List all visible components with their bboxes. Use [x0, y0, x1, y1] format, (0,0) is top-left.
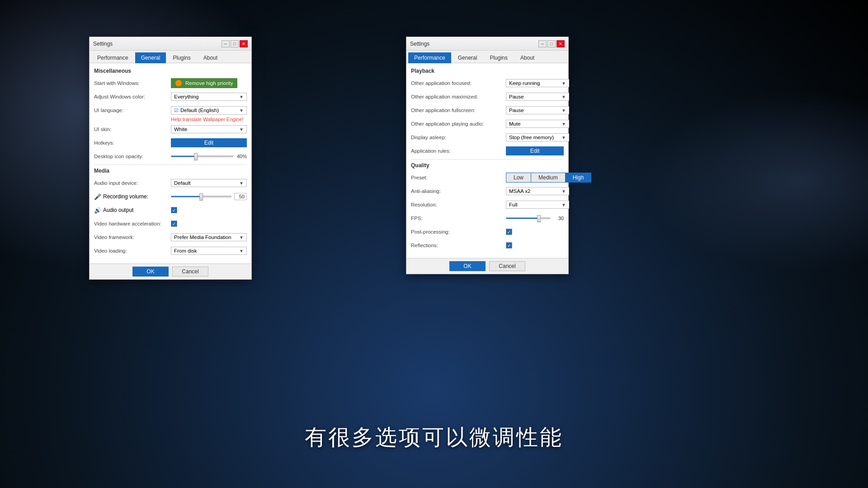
hotkeys-label: Hotkeys:: [94, 140, 171, 145]
app-rules-edit-btn[interactable]: Edit: [506, 146, 564, 155]
cancel-btn-1[interactable]: Cancel: [172, 267, 208, 277]
ok-btn-1[interactable]: OK: [132, 267, 169, 277]
other-focused-control: Keep running ▼: [506, 79, 569, 87]
tabs-2: Performance General Plugins About: [406, 51, 568, 63]
playback-section-title: Playback: [411, 68, 564, 74]
tab-general-2[interactable]: General: [452, 52, 483, 63]
other-maximized-dropdown[interactable]: Pause ▼: [506, 93, 569, 101]
hotkeys-edit-btn[interactable]: Edit: [171, 138, 247, 147]
fps-thumb[interactable]: [537, 215, 541, 222]
other-maximized-value: Pause: [509, 94, 524, 99]
display-asleep-row: Display asleep: Stop (free memory) ▼: [411, 132, 564, 143]
other-fullscreen-row: Other application fullscreen: Pause ▼: [411, 105, 564, 116]
video-loading-label: Video loading:: [94, 248, 171, 253]
ui-language-control: ☑ Default (English) ▼: [171, 106, 247, 115]
app-rules-row: Application rules: Edit: [411, 145, 564, 156]
other-focused-dropdown[interactable]: Keep running ▼: [506, 79, 569, 87]
help-translate-link[interactable]: Help translate Wallpaper Engine!: [171, 117, 247, 122]
ui-language-arrow: ▼: [239, 108, 244, 113]
video-framework-dropdown[interactable]: Prefer Media Foundation ▼: [171, 233, 247, 241]
other-playing-value: Mute: [509, 121, 521, 127]
minimize-btn-1[interactable]: ─: [222, 40, 230, 47]
preset-row: Preset: Low Medium High: [411, 172, 564, 183]
maximize-btn-1[interactable]: □: [231, 40, 239, 47]
audio-input-arrow: ▼: [239, 181, 244, 186]
minimize-btn-2[interactable]: ─: [538, 40, 547, 47]
desktop-opacity-value: 40%: [236, 154, 247, 159]
close-btn-1[interactable]: ✕: [240, 40, 248, 47]
fps-row: FPS: 30: [411, 213, 564, 224]
video-loading-dropdown[interactable]: From disk ▼: [171, 247, 247, 255]
display-asleep-dropdown[interactable]: Stop (free memory) ▼: [506, 133, 569, 141]
other-fullscreen-control: Pause ▼: [506, 106, 569, 114]
other-playing-row: Other application playing audio: Mute ▼: [411, 118, 564, 129]
other-fullscreen-dropdown[interactable]: Pause ▼: [506, 106, 569, 114]
antialiasing-dropdown[interactable]: MSAA x2 ▼: [506, 187, 569, 195]
quality-section-title: Quality: [411, 162, 564, 169]
remove-high-priority-btn[interactable]: Remove high priority: [171, 78, 237, 88]
adjust-color-row: Adjust Windows color: Everything ▼: [94, 91, 247, 102]
desktop-opacity-row: Desktop icon opacity: 40%: [94, 151, 247, 162]
ui-language-row: UI language: ☑ Default (English) ▼: [94, 105, 247, 116]
audio-input-label: Audio input device:: [94, 180, 171, 186]
tab-about-2[interactable]: About: [514, 52, 540, 63]
preset-medium-btn[interactable]: Medium: [531, 173, 566, 182]
other-focused-row: Other application focused: Keep running …: [411, 78, 564, 89]
preset-high-btn[interactable]: High: [566, 173, 591, 182]
post-processing-row: Post-processing:: [411, 226, 564, 237]
app-rules-control: Edit: [506, 146, 564, 155]
preset-low-btn[interactable]: Low: [506, 173, 531, 182]
window-performance-settings: Settings ─ □ ✕ Performance General Plugi…: [406, 37, 569, 274]
audio-output-checkbox[interactable]: [171, 207, 177, 213]
close-btn-2[interactable]: ✕: [557, 40, 565, 47]
other-playing-dropdown[interactable]: Mute ▼: [506, 120, 569, 128]
hotkeys-control: Edit: [171, 138, 247, 147]
resolution-label: Resolution:: [411, 202, 506, 207]
fps-slider: 30: [506, 216, 564, 221]
recording-volume-track[interactable]: [171, 196, 231, 197]
maximize-btn-2[interactable]: □: [547, 40, 556, 47]
fps-track[interactable]: [506, 217, 550, 219]
ui-skin-dropdown[interactable]: White ▼: [171, 125, 247, 133]
desktop-opacity-thumb[interactable]: [194, 153, 198, 160]
reflections-checkbox[interactable]: [506, 242, 512, 249]
ui-skin-value: White: [174, 127, 187, 132]
tab-about-1[interactable]: About: [198, 52, 223, 63]
tab-performance-2[interactable]: Performance: [408, 52, 451, 63]
adjust-color-dropdown[interactable]: Everything ▼: [171, 93, 247, 101]
audio-input-dropdown[interactable]: Default ▼: [171, 179, 247, 187]
tab-performance-1[interactable]: Performance: [91, 52, 134, 63]
window1-footer: OK Cancel: [90, 263, 251, 279]
checkbox-lang-icon: ☑: [174, 108, 179, 113]
ui-language-value: Default (English): [180, 108, 219, 113]
ui-language-label: UI language:: [94, 108, 171, 113]
desktop-opacity-slider: 40%: [171, 154, 247, 159]
ok-btn-2[interactable]: OK: [449, 261, 486, 271]
window-controls-2: ─ □ ✕: [538, 40, 565, 47]
window-controls-1: ─ □ ✕: [222, 40, 248, 47]
ui-language-dropdown[interactable]: ☑ Default (English) ▼: [171, 106, 247, 115]
recording-volume-thumb[interactable]: [199, 193, 203, 201]
subtitle: 有很多选项可以微调性能: [0, 423, 868, 452]
ui-skin-arrow: ▼: [239, 127, 244, 132]
cancel-btn-2[interactable]: Cancel: [489, 261, 525, 271]
post-processing-checkbox[interactable]: [506, 229, 512, 235]
fps-value: 30: [553, 216, 564, 221]
audio-input-control: Default ▼: [171, 179, 247, 187]
tab-general-1[interactable]: General: [135, 52, 166, 63]
other-fullscreen-label: Other application fullscreen:: [411, 108, 506, 113]
video-loading-control: From disk ▼: [171, 247, 247, 255]
mic-icon: 🎤: [94, 193, 101, 200]
tab-plugins-1[interactable]: Plugins: [167, 52, 196, 63]
resolution-dropdown[interactable]: Full ▼: [506, 201, 569, 209]
preset-group: Low Medium High: [506, 173, 591, 183]
window-title-2: Settings: [410, 41, 429, 47]
resolution-value: Full: [509, 202, 518, 207]
tab-plugins-2[interactable]: Plugins: [484, 52, 513, 63]
video-framework-control: Prefer Media Foundation ▼: [171, 233, 247, 241]
desktop-opacity-track[interactable]: [171, 155, 233, 157]
video-hw-checkbox[interactable]: [171, 221, 177, 227]
video-framework-value: Prefer Media Foundation: [174, 235, 231, 240]
start-windows-row: Start with Windows: Remove high priority: [94, 78, 247, 89]
speaker-icon: 🔊: [94, 207, 101, 214]
